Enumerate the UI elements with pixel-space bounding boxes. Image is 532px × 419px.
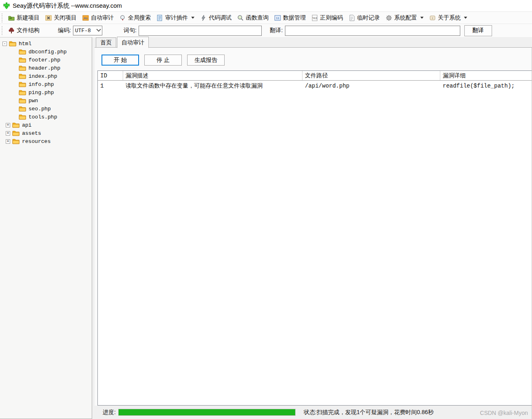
toolbar-label: 系统配置 bbox=[394, 14, 417, 22]
title-bar: Seay源代码审计系统 --www.cnseay.com bbox=[0, 0, 532, 11]
code-debug-button[interactable]: 代码调试 bbox=[197, 13, 234, 23]
tree-item-html[interactable]: - html bbox=[2, 39, 92, 48]
start-button[interactable]: 开 始 bbox=[102, 55, 139, 66]
column-header-description[interactable]: 漏洞描述 bbox=[123, 71, 302, 80]
tree-item-label: dbconfig.php bbox=[29, 49, 67, 55]
collapse-icon[interactable]: - bbox=[2, 42, 7, 46]
table-row[interactable]: 1 读取文件函数中存在变量，可能存在任意文件读取漏洞 /api/word.php… bbox=[98, 81, 532, 91]
regex-encoding-icon: %3 bbox=[311, 15, 318, 21]
tree-item-ping[interactable]: ping.php bbox=[2, 88, 92, 97]
function-query-magnifier-icon bbox=[237, 15, 244, 21]
tree-item-label: index.php bbox=[29, 73, 57, 79]
toolbar-label: 新建项目 bbox=[17, 14, 40, 22]
folder-icon bbox=[19, 57, 26, 63]
generate-report-button[interactable]: 生成报告 bbox=[187, 55, 225, 66]
tree-item-label: resources bbox=[22, 138, 51, 145]
tree-item-assets[interactable]: + assets bbox=[2, 129, 92, 137]
toolbar-grip[interactable] bbox=[2, 26, 4, 35]
tree-item-label: header.php bbox=[29, 65, 60, 71]
temp-notes-button[interactable]: 临时记录 bbox=[346, 13, 383, 23]
tree-item-label: ping.php bbox=[29, 90, 54, 96]
folder-icon bbox=[19, 81, 26, 87]
progress-fill bbox=[119, 409, 295, 415]
new-project-folder-icon bbox=[8, 15, 15, 21]
tab-home[interactable]: 首页 bbox=[96, 37, 116, 48]
auto-audit-button[interactable]: As 自动审计 bbox=[79, 13, 117, 23]
toolbar-label: 临时记录 bbox=[357, 14, 380, 22]
tree-item-tools[interactable]: tools.php bbox=[2, 113, 92, 121]
function-query-button[interactable]: 函数查询 bbox=[234, 13, 272, 23]
toolbar-label: 正则编码 bbox=[320, 14, 343, 22]
tree-item-index[interactable]: index.php bbox=[2, 72, 92, 80]
table-body: 1 读取文件函数中存在变量，可能存在任意文件读取漏洞 /api/word.php… bbox=[98, 81, 532, 405]
tree-item-footer[interactable]: footer.php bbox=[2, 56, 92, 64]
expand-icon[interactable]: + bbox=[6, 123, 10, 127]
toolbar-label: 自动审计 bbox=[91, 14, 114, 22]
tab-auto-audit[interactable]: 自动审计 bbox=[117, 37, 149, 48]
file-structure-label: 文件结构 bbox=[17, 27, 40, 34]
tree-item-resources[interactable]: + resources bbox=[2, 137, 92, 145]
tree-item-seo[interactable]: seo.php bbox=[2, 105, 92, 113]
tree-item-header[interactable]: header.php bbox=[2, 64, 92, 72]
expand-icon[interactable]: + bbox=[6, 131, 10, 136]
folder-icon bbox=[9, 41, 16, 46]
audit-plugin-button[interactable]: 审计插件 bbox=[154, 13, 197, 23]
folder-icon bbox=[19, 73, 26, 79]
file-structure-button[interactable]: 文件结构 bbox=[5, 26, 42, 35]
csdn-watermark: CSDN @kali-Myon bbox=[480, 410, 528, 416]
toolbar-label: 关于系统 bbox=[438, 14, 461, 22]
translate-label: 翻译: bbox=[270, 27, 283, 34]
new-project-button[interactable]: 新建项目 bbox=[5, 13, 42, 23]
about-system-icon: i bbox=[429, 15, 436, 21]
regex-encoding-button[interactable]: %3 正则编码 bbox=[309, 13, 346, 23]
folder-icon bbox=[19, 65, 26, 71]
svg-text:%3: %3 bbox=[312, 16, 317, 20]
data-management-icon: 11 bbox=[274, 15, 281, 21]
toolbar-grip[interactable] bbox=[2, 13, 4, 22]
cell-id: 1 bbox=[98, 83, 123, 89]
file-tree-panel: - html dbconfig.php footer.php header.ph… bbox=[0, 37, 92, 419]
expand-icon[interactable]: + bbox=[6, 139, 10, 144]
column-header-filepath[interactable]: 文件路径 bbox=[302, 71, 440, 80]
system-config-button[interactable]: 系统配置 bbox=[383, 13, 426, 23]
tree-item-label: html bbox=[19, 41, 31, 47]
tab-strip: 首页 自动审计 bbox=[95, 37, 532, 48]
tree-item-pwn[interactable]: pwn bbox=[2, 97, 92, 105]
folder-icon bbox=[12, 122, 20, 128]
phrase-label: 词句: bbox=[124, 27, 137, 34]
column-header-id[interactable]: ID bbox=[98, 71, 123, 80]
toolbar-label: 数据管理 bbox=[283, 14, 306, 22]
translate-input[interactable] bbox=[285, 26, 460, 36]
folder-icon bbox=[19, 90, 26, 95]
main-panel: 首页 自动审计 开 始 停 止 生成报告 ID 漏洞描述 文件路径 漏洞详细 1 bbox=[95, 37, 532, 419]
app-logo-icon bbox=[3, 2, 10, 9]
status-text: 状态:扫描完成，发现1个可疑漏洞，花费时间0.86秒 bbox=[304, 409, 434, 416]
progress-label: 进度: bbox=[103, 409, 116, 416]
toolbar-label: 代码调试 bbox=[209, 14, 232, 22]
translate-button[interactable]: 翻译 bbox=[464, 25, 492, 36]
global-search-button[interactable]: 全局搜索 bbox=[117, 13, 154, 23]
cell-description: 读取文件函数中存在变量，可能存在任意文件读取漏洞 bbox=[123, 82, 302, 90]
table-header-row: ID 漏洞描述 文件路径 漏洞详细 bbox=[98, 71, 532, 81]
main-toolbar: 新建项目 关闭项目 As 自动审计 全局搜索 审计插件 代码调试 函数查询 11… bbox=[0, 11, 532, 24]
stop-button[interactable]: 停 止 bbox=[144, 55, 182, 66]
column-header-detail[interactable]: 漏洞详细 bbox=[440, 71, 532, 80]
tree-item-info[interactable]: info.php bbox=[2, 80, 92, 88]
encoding-select[interactable]: UTF-8 bbox=[73, 26, 102, 35]
folder-icon bbox=[19, 49, 26, 55]
tree-item-api[interactable]: + api bbox=[2, 121, 92, 129]
close-project-button[interactable]: 关闭项目 bbox=[42, 13, 79, 23]
audit-plugin-icon bbox=[157, 15, 163, 21]
about-system-button[interactable]: i 关于系统 bbox=[426, 13, 470, 23]
tree-item-dbconfig[interactable]: dbconfig.php bbox=[2, 48, 92, 56]
chevron-down-icon bbox=[191, 17, 194, 19]
cell-filepath: /api/word.php bbox=[302, 83, 440, 89]
phrase-input[interactable] bbox=[139, 26, 262, 36]
chevron-down-icon bbox=[420, 17, 424, 19]
code-debug-lightning-icon bbox=[200, 15, 207, 21]
encoding-value: UTF-8 bbox=[75, 28, 97, 34]
data-management-button[interactable]: 11 数据管理 bbox=[272, 13, 309, 23]
toolbar-label: 审计插件 bbox=[165, 14, 188, 22]
encoding-label: 编码: bbox=[58, 27, 71, 34]
folder-icon bbox=[19, 114, 26, 120]
